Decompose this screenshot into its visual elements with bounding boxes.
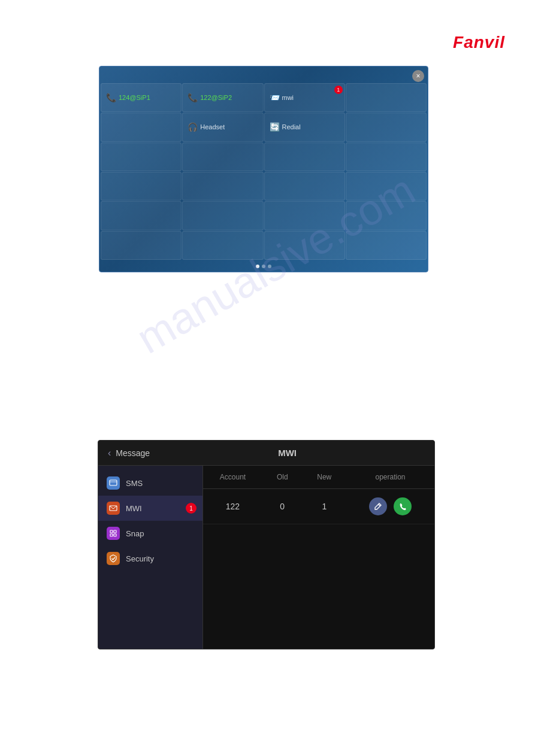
new-value: 1 [303,489,347,524]
headset-label: Headset [200,123,225,130]
dss-cell-5[interactable] [101,113,182,141]
pagination-dots [256,265,271,268]
dss-cell-18[interactable] [182,201,263,230]
sidebar-item-sms[interactable]: SMS [98,470,202,496]
dss-cell-13[interactable] [101,172,182,201]
security-icon [107,552,120,565]
message-header: ‹ Message MWI [98,441,434,466]
sip2-label: 122@SiP2 [200,94,232,101]
fanvil-logo: Fanvil [453,33,505,52]
dss-cell-mwi[interactable]: 📨 mwi 1 [264,83,345,112]
sip2-icon: 📞 [188,93,198,102]
sms-icon [107,476,120,490]
mwi-title: MWI [150,448,425,458]
headset-icon: 🎧 [188,122,198,132]
mwi-icon: 📨 [270,93,280,102]
old-value: 0 [262,489,303,524]
mwi-sidebar-icon [107,502,120,515]
redial-label: Redial [282,123,301,130]
col-operation: operation [346,466,434,489]
redial-icon: 🔄 [270,122,280,132]
dss-cell-4[interactable] [346,83,427,112]
svg-rect-6 [114,534,116,536]
svg-rect-5 [110,534,113,536]
back-button[interactable]: ‹ [108,448,111,459]
dss-cell-16[interactable] [346,172,427,201]
phone-ui-screenshot: × 📞 124@SiP1 📞 122@SiP2 📨 mwi 1 🎧 Headse… [99,66,428,272]
message-ui-screenshot: ‹ Message MWI SMS [98,440,435,649]
dss-cell-8[interactable] [346,113,427,141]
dss-cell-2[interactable]: 📞 122@SiP2 [182,83,263,112]
dss-cell-15[interactable] [264,172,345,201]
message-body: SMS MWI 1 [98,466,434,649]
snap-icon [107,527,120,540]
close-button[interactable]: × [412,70,424,82]
dss-cell-1[interactable]: 📞 124@SiP1 [101,83,182,112]
svg-rect-3 [110,530,113,533]
dss-cell-20[interactable] [346,201,427,230]
sidebar-item-security[interactable]: Security [98,546,202,571]
sidebar-item-mwi[interactable]: MWI 1 [98,496,202,521]
dss-cell-17[interactable] [101,201,182,230]
col-account: Account [203,466,262,489]
snap-label: Snap [126,529,144,538]
dot-1 [256,265,259,268]
dss-cell-19[interactable] [264,201,345,230]
col-old: Old [262,466,303,489]
security-label: Security [126,554,154,563]
mwi-label: mwi [282,94,294,101]
edit-button[interactable] [369,497,387,515]
mwi-badge: 1 [334,86,343,94]
dss-cell-11[interactable] [264,142,345,171]
dot-2 [262,265,265,268]
call-button[interactable] [394,497,412,515]
mwi-sidebar-label: MWI [126,504,142,513]
dss-cell-21[interactable] [101,231,182,260]
sip1-label: 124@SiP1 [119,94,150,101]
dss-cell-9[interactable] [101,142,182,171]
dss-cell-23[interactable] [264,231,345,260]
dss-cell-12[interactable] [346,142,427,171]
svg-rect-0 [110,480,117,485]
dss-cell-14[interactable] [182,172,263,201]
col-new: New [303,466,347,489]
message-sidebar: SMS MWI 1 [98,466,203,649]
sip1-icon: 📞 [106,93,116,102]
dss-cell-10[interactable] [182,142,263,171]
dss-cell-24[interactable] [346,231,427,260]
dss-cell-headset[interactable]: 🎧 Headset [182,113,263,141]
message-nav-label: Message [116,448,150,458]
account-value: 122 [203,489,262,524]
mwi-content: Account Old New operation 122 0 1 [203,466,434,649]
svg-rect-4 [114,530,116,533]
sms-label: SMS [126,479,143,488]
dss-cell-22[interactable] [182,231,263,260]
table-row: 122 0 1 [203,489,434,524]
dss-grid: 📞 124@SiP1 📞 122@SiP2 📨 mwi 1 🎧 Headset … [99,66,428,272]
sidebar-item-snap[interactable]: Snap [98,521,202,546]
mwi-sidebar-badge: 1 [186,503,197,514]
mwi-table: Account Old New operation 122 0 1 [203,466,434,524]
dss-cell-redial[interactable]: 🔄 Redial [264,113,345,141]
dot-3 [268,265,271,268]
operation-cell [346,489,434,524]
